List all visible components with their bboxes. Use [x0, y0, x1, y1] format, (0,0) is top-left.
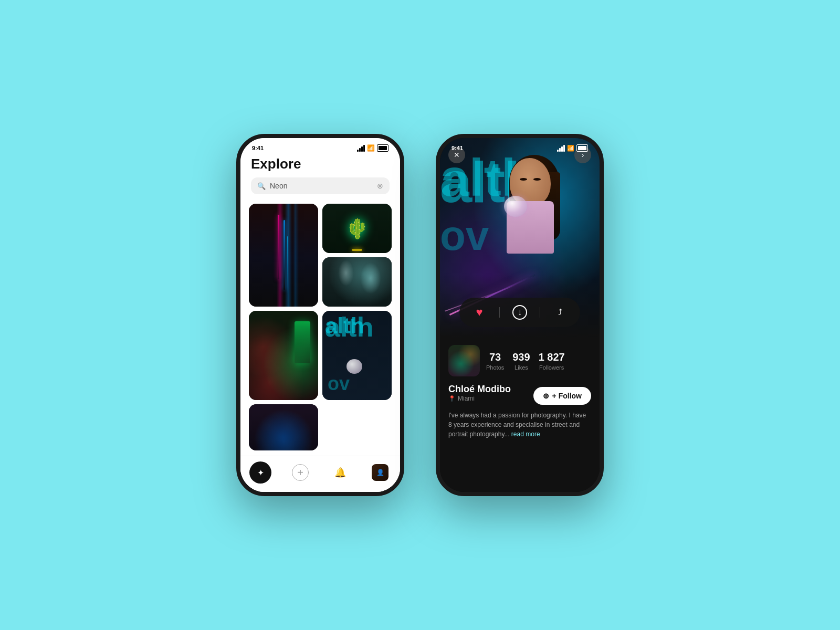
right-phone: 9:41 📶 alth ov	[436, 134, 604, 496]
status-icons-right: 📶	[557, 144, 588, 152]
signal-icon	[357, 145, 365, 152]
follow-button[interactable]: ⊕ + Follow	[533, 387, 591, 405]
nav-profile[interactable]: 👤	[369, 461, 391, 484]
neon-text-overlay2: ov	[328, 373, 350, 395]
followers-count: 1 827	[539, 351, 565, 363]
bottom-nav: ✦ + 🔔 👤	[240, 456, 400, 492]
grid-photo-3[interactable]	[322, 257, 392, 307]
download-icon: ↓	[512, 305, 527, 320]
profile-info-row: Chloé Modibo 📍 Miami ⊕ + Follow	[448, 384, 591, 407]
likes-count: 939	[512, 351, 530, 363]
photos-label: Photos	[486, 364, 504, 371]
search-icon: 🔍	[257, 182, 266, 190]
status-bar-right: 9:41 📶	[440, 138, 600, 154]
action-divider-1	[499, 307, 500, 318]
photo-grid: 🌵 alth ov	[240, 198, 400, 456]
detail-image-area: alth ov	[440, 138, 600, 338]
profile-stats: 73 Photos 939 Likes 1 827 Followers	[448, 345, 591, 376]
profile-name-location: Chloé Modibo 📍 Miami	[448, 384, 511, 407]
time-left: 9:41	[252, 145, 264, 151]
explore-screen: 9:41 📶 Explore 🔍 Neon ⊗	[240, 138, 400, 492]
cactus-neon-icon: 🌵	[345, 218, 369, 240]
grid-photo-1[interactable]	[249, 204, 318, 307]
photos-count: 73	[489, 351, 501, 363]
search-query[interactable]: Neon	[270, 182, 373, 190]
grid-photo-4[interactable]	[249, 311, 318, 400]
share-icon: ⤴	[558, 308, 562, 317]
stat-likes: 939 Likes	[512, 351, 530, 371]
profile-bio: I've always had a passion for photograph…	[448, 411, 591, 439]
avatar-image	[448, 345, 480, 376]
location-text: Miami	[458, 395, 475, 402]
follow-label: + Follow	[552, 392, 582, 400]
grid-photo-5[interactable]: alth ov	[322, 311, 392, 400]
action-bar: ♥ ↓ ⤴	[459, 298, 580, 327]
profile-location: 📍 Miami	[448, 395, 511, 402]
grid-photo-2[interactable]: 🌵	[322, 204, 392, 253]
profile-name: Chloé Modibo	[448, 384, 511, 395]
detail-screen: 9:41 📶 alth ov	[440, 138, 600, 492]
stat-followers: 1 827 Followers	[539, 351, 565, 371]
stat-photos: 73 Photos	[486, 351, 504, 371]
download-button[interactable]: ↓	[510, 303, 529, 322]
search-bar[interactable]: 🔍 Neon ⊗	[251, 177, 390, 194]
avatar-icon: 👤	[372, 464, 388, 481]
signal-icon-right	[557, 145, 565, 152]
battery-icon-right	[576, 144, 588, 152]
share-button[interactable]: ⤴	[551, 303, 570, 322]
explore-title: Explore	[251, 156, 390, 172]
grid-photo-6[interactable]	[249, 404, 318, 450]
bell-icon: 🔔	[334, 467, 346, 478]
read-more-link[interactable]: read more	[511, 430, 540, 438]
compass-icon: ✦	[257, 468, 264, 478]
heart-icon: ♥	[476, 306, 482, 319]
status-bar-left: 9:41 📶	[240, 138, 400, 154]
profile-avatar	[448, 345, 480, 376]
follow-plus-icon: ⊕	[543, 392, 549, 400]
profile-section: 73 Photos 939 Likes 1 827 Followers	[440, 338, 600, 492]
time-right: 9:41	[452, 145, 463, 151]
action-divider-2	[540, 307, 540, 318]
battery-icon	[377, 144, 388, 152]
status-icons-left: 📶	[357, 144, 388, 152]
likes-label: Likes	[514, 364, 528, 371]
wifi-icon: 📶	[367, 144, 375, 152]
left-phone: 9:41 📶 Explore 🔍 Neon ⊗	[236, 134, 404, 496]
nav-explore[interactable]: ✦	[249, 461, 271, 484]
nav-add[interactable]: +	[289, 461, 311, 484]
nav-notifications[interactable]: 🔔	[329, 461, 351, 484]
search-clear-icon[interactable]: ⊗	[377, 182, 383, 190]
explore-header: Explore 🔍 Neon ⊗	[240, 154, 400, 198]
neon-text-overlay: alth	[325, 313, 373, 341]
wifi-icon-right: 📶	[567, 145, 574, 152]
like-button[interactable]: ♥	[470, 303, 489, 322]
location-pin-icon: 📍	[448, 395, 456, 402]
plus-icon: +	[292, 464, 309, 481]
detail-background: alth ov	[440, 138, 600, 338]
followers-label: Followers	[539, 364, 564, 371]
stats-grid: 73 Photos 939 Likes 1 827 Followers	[486, 351, 591, 371]
